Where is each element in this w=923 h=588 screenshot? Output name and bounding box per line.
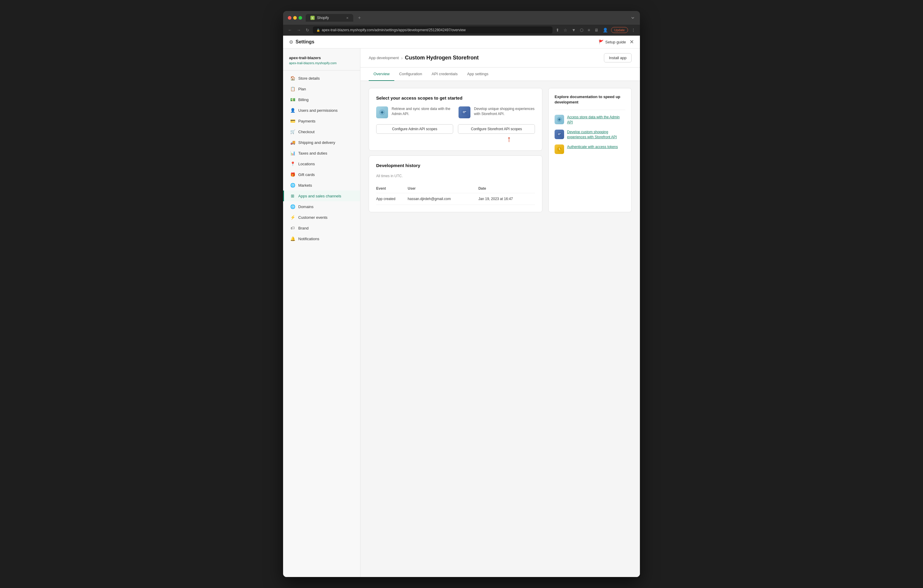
lock-icon: 🔒 — [316, 28, 320, 32]
brand-icon: 🏷 — [290, 225, 295, 231]
doc-link-admin-api: Access store data with the Admin API — [555, 115, 625, 125]
sidebar-item-plan[interactable]: 📋 Plan — [283, 84, 360, 94]
browser-tab[interactable]: S Shopify ✕ — [305, 14, 353, 22]
minimize-traffic-light[interactable] — [293, 16, 297, 20]
bookmark-icon[interactable]: ☆ — [563, 27, 568, 33]
doc-admin-api-link[interactable]: Access store data with the Admin API — [567, 115, 625, 125]
sidebar-item-markets[interactable]: 🌐 Markets — [283, 180, 360, 191]
sidebar-item-payments[interactable]: 💳 Payments — [283, 116, 360, 126]
tab-title: Shopify — [317, 16, 329, 20]
admin-api-scope: Retrieve and sync store data with the Ad… — [376, 107, 453, 118]
new-tab-button[interactable]: + — [358, 15, 361, 21]
settings-topbar: ⚙ Settings 🚩 Setup guide ✕ — [283, 36, 640, 48]
checkout-icon: 🛒 — [290, 129, 295, 135]
breadcrumb-parent[interactable]: App development — [369, 56, 399, 60]
sidebar-label-billing: Billing — [298, 97, 309, 102]
close-settings-button[interactable]: ✕ — [629, 39, 634, 45]
install-app-button[interactable]: Install app — [604, 53, 632, 62]
share-icon[interactable]: ⬆ — [555, 27, 560, 33]
extension-icon-3[interactable]: ≡ — [587, 27, 591, 33]
content-left-column: Select your access scopes to get started — [369, 88, 542, 212]
sidebar-label-store-details: Store details — [298, 76, 320, 80]
arrow-indicator: ↑ — [507, 135, 511, 143]
scopes-buttons: Configure Admin API scopes Configure Sto… — [376, 124, 535, 134]
docs-title: Explore documentation to speed up develo… — [555, 94, 625, 105]
sidebar-label-locations: Locations — [298, 162, 315, 166]
settings-title: Settings — [296, 39, 314, 44]
expand-traffic-light[interactable] — [299, 16, 302, 20]
tab-overview[interactable]: Overview — [369, 67, 394, 81]
sidebar-item-checkout[interactable]: 🛒 Checkout — [283, 126, 360, 137]
payments-icon: 💳 — [290, 118, 295, 124]
row-user: hassan.djirdeh@gmail.com — [408, 193, 478, 205]
page-header: App development › Custom Hydrogen Storef… — [360, 48, 640, 67]
scopes-grid: Retrieve and sync store data with the Ad… — [376, 107, 535, 118]
sidebar-item-customer-events[interactable]: ⚡ Customer events — [283, 212, 360, 223]
sidebar-label-apps: Apps and sales channels — [298, 194, 342, 198]
svg-point-4 — [559, 119, 560, 120]
sidebar-label-users: Users and permissions — [298, 108, 338, 113]
tab-close-icon[interactable]: ✕ — [346, 16, 348, 20]
sidebar-item-domains[interactable]: 🌐 Domains — [283, 201, 360, 212]
row-date: Jan 19, 2023 at 16:47 — [478, 193, 535, 205]
sidebar-item-locations[interactable]: 📍 Locations — [283, 158, 360, 169]
markets-icon: 🌐 — [290, 182, 295, 188]
address-bar[interactable]: 🔒 apex-trail-blazers.myshopify.com/admin… — [313, 26, 552, 34]
tab-configuration[interactable]: Configuration — [394, 67, 427, 81]
back-button[interactable]: ← — [287, 26, 293, 34]
customer-events-icon: ⚡ — [290, 215, 295, 220]
setup-guide-button[interactable]: 🚩 Setup guide — [599, 39, 626, 44]
sidebar-item-store-details[interactable]: 🏠 Store details — [283, 73, 360, 84]
extension-icon-1[interactable]: ▼ — [571, 27, 576, 33]
configure-admin-api-button[interactable]: Configure Admin API scopes — [376, 124, 453, 134]
sidebar-item-gift-cards[interactable]: 🎁 Gift cards — [283, 169, 360, 180]
sidebar-label-customer-events: Customer events — [298, 215, 327, 220]
dev-history-subtitle: All times in UTC. — [376, 174, 535, 178]
update-button[interactable]: Update — [611, 27, 628, 33]
refresh-button[interactable]: ↻ — [304, 26, 310, 34]
close-traffic-light[interactable] — [288, 16, 291, 20]
breadcrumb-current: Custom Hydrogen Storefront — [405, 55, 479, 61]
extension-icon-4[interactable]: 🖥 — [593, 27, 599, 33]
sidebar-item-apps-channels[interactable]: ⊞ Apps and sales channels — [283, 191, 360, 201]
shipping-icon: 🚚 — [290, 140, 295, 145]
profile-icon[interactable]: 👤 — [602, 27, 609, 33]
breadcrumb: App development › Custom Hydrogen Storef… — [369, 55, 479, 61]
more-options-icon[interactable]: ⋮ — [631, 27, 636, 33]
locations-icon: 📍 — [290, 161, 295, 166]
nav-actions: ⬆ ☆ ▼ ⬡ ≡ 🖥 👤 Update ⋮ — [555, 27, 636, 33]
extension-icon-2[interactable]: ⬡ — [579, 27, 584, 33]
sidebar-label-gift-cards: Gift cards — [298, 172, 315, 177]
notifications-icon: 🔔 — [290, 236, 295, 241]
store-details-icon: 🏠 — [290, 76, 295, 81]
taxes-icon: 📊 — [290, 150, 295, 156]
content-area: Select your access scopes to get started — [360, 81, 640, 219]
doc-admin-api-icon — [555, 115, 564, 124]
svg-point-1 — [381, 112, 383, 113]
billing-icon: 💵 — [290, 97, 295, 102]
store-domain-link[interactable]: apex-trail-blazers.myshopify.com — [289, 61, 337, 65]
sidebar-item-taxes[interactable]: 📊 Taxes and duties — [283, 148, 360, 158]
svg-rect-5 — [557, 133, 562, 136]
sidebar-label-checkout: Checkout — [298, 130, 315, 134]
docs-divider — [555, 110, 625, 110]
gift-cards-icon: 🎁 — [290, 172, 295, 177]
sidebar-item-shipping[interactable]: 🚚 Shipping and delivery — [283, 137, 360, 148]
sidebar-item-brand[interactable]: 🏷 Brand — [283, 223, 360, 233]
sidebar-item-notifications[interactable]: 🔔 Notifications — [283, 233, 360, 244]
doc-storefront-api-link[interactable]: Develop custom shopping experiences with… — [567, 130, 625, 140]
col-event: Event — [376, 184, 408, 193]
access-scopes-card: Select your access scopes to get started — [369, 88, 542, 151]
doc-access-tokens-link[interactable]: Authenticate with access tokens — [567, 145, 618, 149]
sidebar-item-billing[interactable]: 💵 Billing — [283, 94, 360, 105]
tab-app-settings[interactable]: App settings — [462, 67, 493, 81]
tab-api-credentials[interactable]: API credentials — [427, 67, 462, 81]
doc-link-storefront-api: Develop custom shopping experiences with… — [555, 130, 625, 140]
configure-storefront-api-button[interactable]: Configure Storefront API scopes — [458, 124, 535, 134]
col-user: User — [408, 184, 478, 193]
admin-api-description: Retrieve and sync store data with the Ad… — [392, 107, 453, 117]
window-controls[interactable] — [629, 16, 635, 20]
sidebar-item-users-permissions[interactable]: 👤 Users and permissions — [283, 105, 360, 116]
forward-button[interactable]: → — [296, 26, 302, 34]
settings-header-right: 🚩 Setup guide ✕ — [599, 39, 634, 45]
